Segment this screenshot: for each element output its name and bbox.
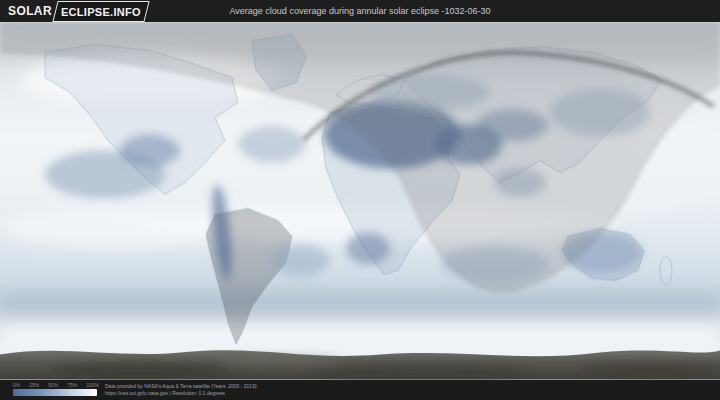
header-bar: SOLAR ECLIPSE.INFO Average cloud coverag… (0, 0, 720, 22)
legend-colorbar (13, 389, 97, 396)
legend-tick-100: 100% (86, 382, 99, 388)
footer-bar: 0% 25% 50% 75% 100% Data provided by NAS… (0, 380, 720, 400)
legend-tick-75: 75% (67, 382, 77, 388)
logo-text-eclipse-info: ECLIPSE.INFO (61, 6, 141, 18)
logo-eclipse-box: ECLIPSE.INFO (52, 1, 149, 22)
world-map-canvas (0, 22, 720, 380)
site-logo[interactable]: SOLAR ECLIPSE.INFO (8, 1, 147, 22)
logo-text-solar: SOLAR (8, 4, 52, 18)
data-attribution: Data provided by NASA's Aqua & Terra sat… (105, 383, 257, 396)
cloud-coverage-legend: 0% 25% 50% 75% 100% (13, 382, 101, 396)
cloud-coverage-map[interactable] (0, 22, 720, 380)
legend-tick-25: 25% (29, 382, 39, 388)
attribution-line1: Data provided by NASA's Aqua & Terra sat… (105, 383, 257, 390)
legend-tick-labels: 0% 25% 50% 75% 100% (13, 382, 99, 388)
attribution-line2: https://neo.sci.gsfc.nasa.gov | Resoluti… (105, 390, 257, 397)
legend-tick-50: 50% (48, 382, 58, 388)
legend-tick-0: 0% (13, 382, 20, 388)
